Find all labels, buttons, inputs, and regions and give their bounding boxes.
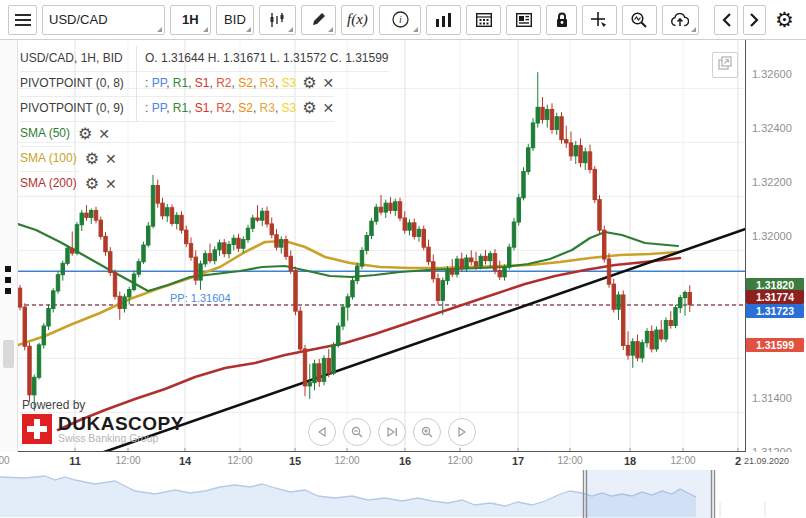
legend-row-main: USD/CAD, 1H, BID O. 1.31644 H. 1.31671 L… (20, 46, 389, 71)
calendar-icon (476, 12, 492, 27)
grip-dot (5, 266, 11, 272)
side-select[interactable]: BID (216, 5, 255, 35)
sma100-close-icon[interactable]: ✕ (105, 152, 117, 166)
pivot-level-s2: S2 (238, 76, 253, 90)
price-axis-line (745, 40, 746, 452)
sma100-settings-gear-icon[interactable]: ⚙ (85, 151, 99, 167)
crosshair-icon (591, 12, 607, 28)
time-tick-label: 2 (735, 455, 741, 467)
period-label: 1H (176, 12, 205, 27)
period-select[interactable]: 1H (170, 5, 211, 35)
time-tick-label: 12:00 (447, 455, 472, 466)
pivot2-close-icon[interactable]: ✕ (323, 101, 335, 115)
cloud-upload-icon (671, 13, 689, 27)
sma50-close-icon[interactable]: ✕ (98, 127, 110, 141)
price-tick-label: 1.32400 (752, 122, 792, 134)
pivot2-settings-gear-icon[interactable]: ⚙ (302, 100, 316, 116)
pan-right-button[interactable] (448, 418, 476, 446)
pivot-level-s1: S1 (195, 76, 210, 90)
strip-handle[interactable] (3, 340, 14, 368)
instrument-select[interactable]: USD/CAD (42, 5, 165, 35)
trading-platform-window: { "toolbar": { "instrument": "USD/CAD", … (0, 0, 806, 518)
back-button[interactable] (714, 5, 737, 35)
chart-scope-button[interactable] (622, 5, 657, 35)
menu-icon (15, 14, 31, 26)
time-tick-label: 12:00 (227, 455, 252, 466)
pivot1-close-icon[interactable]: ✕ (323, 76, 335, 90)
volume-bars-icon (436, 13, 451, 27)
draw-icon (311, 12, 326, 27)
sma200-value-tag: 1.31774 (746, 290, 804, 304)
function-button[interactable]: f(x) (341, 5, 374, 35)
lock-icon (555, 12, 569, 28)
sma200-close-icon[interactable]: ✕ (105, 177, 117, 191)
svg-text:i: i (399, 14, 402, 25)
zoom-out-button[interactable] (343, 418, 371, 446)
pivot-level-s1: S1 (195, 101, 210, 115)
sma50-title: SMA (50) (20, 121, 72, 147)
lock-button[interactable] (546, 5, 577, 35)
pivot-level-r2: R2 (216, 76, 231, 90)
back-icon (722, 13, 731, 27)
price-tick-label: 1.32600 (752, 68, 792, 80)
pivot-pp-tag: 1.31723 (746, 304, 804, 318)
dropdown-corner-icon (413, 27, 418, 32)
pivot1-settings-gear-icon[interactable]: ⚙ (302, 75, 316, 91)
draw-button[interactable] (301, 5, 336, 35)
pivot1-title: PIVOTPOINT (0, 8) (20, 71, 137, 97)
function-icon: f(x) (347, 11, 368, 28)
time-tick-label: 00 (0, 455, 10, 466)
info-button[interactable]: i (379, 5, 422, 35)
cloud-upload-button[interactable] (662, 5, 699, 35)
pp-level-label: PP: 1.31604 (170, 292, 231, 304)
time-tick-label: 17 (512, 455, 524, 467)
dropdown-corner-icon (328, 27, 333, 32)
menu-button[interactable] (8, 5, 37, 35)
dropdown-corner-icon (288, 27, 293, 32)
time-tick-label: 12:00 (670, 455, 695, 466)
chart-region: 1.326001.324001.322001.320001.314001.312… (0, 40, 806, 452)
chart-scope-icon (631, 12, 647, 28)
chart-type-button[interactable] (259, 5, 296, 35)
sma50-settings-gear-icon[interactable]: ⚙ (78, 126, 92, 142)
pivot-level-pp: PP (152, 101, 166, 115)
dropdown-corner-icon (203, 27, 208, 32)
grip-dot (5, 288, 11, 294)
sma200-settings-gear-icon[interactable]: ⚙ (85, 176, 99, 192)
zoom-in-button[interactable] (413, 418, 441, 446)
time-axis[interactable]: 21.09.2020 001112:001412:001512:001612:0… (0, 452, 806, 470)
pivot-level-s2: S2 (238, 101, 253, 115)
price-tick-label: 1.32200 (752, 176, 792, 188)
price-tick-label: 1.32000 (752, 230, 792, 242)
go-to-latest-button[interactable] (378, 418, 406, 446)
range-navigator[interactable] (0, 470, 806, 518)
pivot-level-pp: PP (152, 76, 166, 90)
pivot2-levels: : PP, R1, S1, R2, S2, R3, S3 (145, 101, 296, 115)
pivot-level-r2: R2 (216, 101, 231, 115)
time-tick-label: 16 (399, 455, 411, 467)
news-button[interactable] (506, 5, 541, 35)
calendar-button[interactable] (466, 5, 501, 35)
price-tick-label: 1.31400 (752, 392, 792, 404)
powered-by-text: Powered by (22, 398, 184, 412)
time-tick-label: 11 (69, 455, 81, 467)
legend-row-sma100: SMA (100) ⚙ ✕ (20, 146, 389, 171)
pivot-level-r1: R1 (173, 101, 188, 115)
legend-row-pivot2: PIVOTPOINT (0, 9) : PP, R1, S1, R2, S2, … (20, 96, 389, 121)
swiss-flag-logo (22, 414, 52, 444)
toolbar: USD/CAD 1H BID f(x) i (0, 0, 806, 40)
legend-row-pivot1: PIVOTPOINT (0, 8) : PP, R1, S1, R2, S2, … (20, 71, 389, 96)
forward-button[interactable] (743, 5, 766, 35)
pivot2-title: PIVOTPOINT (0, 9) (20, 96, 137, 122)
popout-button[interactable] (712, 52, 738, 78)
pan-left-button[interactable] (308, 418, 336, 446)
volume-bars-button[interactable] (426, 5, 461, 35)
pivot-level-r3: R3 (260, 76, 275, 90)
settings-button[interactable]: ⚙ (771, 5, 798, 35)
axis-date-label: 21.09.2020 (744, 456, 789, 466)
crosshair-button[interactable] (582, 5, 617, 35)
dropdown-corner-icon (691, 27, 696, 32)
time-tick-label: 14 (179, 455, 191, 467)
left-drag-strip[interactable] (0, 40, 18, 452)
navigator-selection[interactable] (585, 470, 713, 518)
